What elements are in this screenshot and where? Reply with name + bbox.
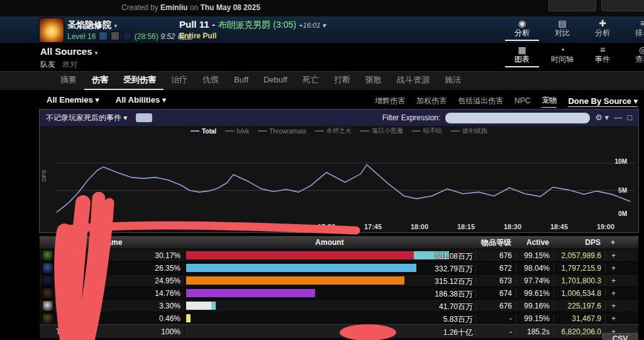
chevron-down-icon: ▾	[114, 23, 117, 29]
all-enemies-dropdown[interactable]: All Enemies ▾	[47, 95, 99, 105]
col-header-name[interactable]: Name	[40, 238, 184, 247]
pull-dropdown[interactable]: Pull 11 - 布朗派克男爵 (3:05) +16:01 ▾	[179, 19, 326, 31]
x-tick: 18:45	[547, 223, 572, 230]
zone-name: 圣焰隐修院	[67, 20, 111, 30]
x-tick: 17:45	[360, 223, 386, 230]
tab-战斗资源[interactable]: 战斗资源	[389, 72, 437, 90]
tab-伤害[interactable]: 伤害	[84, 72, 116, 90]
table-total-row: Total 100% 1.26十亿 - 185.2s 6,820,206.0 +	[40, 324, 638, 338]
table-row: 14.76% 186.38百万 674 99.61% 1,006,534.8 +	[40, 286, 638, 299]
damage-percent: 3.30%	[148, 302, 184, 310]
x-axis: 16:1516:3016:4517:0017:1517:3017:4518:00…	[40, 222, 638, 232]
active-percent: 98.04%	[516, 264, 553, 273]
col-header-itemlevel[interactable]: 物品等级	[475, 237, 515, 248]
tab-治疗[interactable]: 治疗	[164, 72, 195, 90]
csv-button[interactable]: CSV	[602, 333, 638, 340]
amount-bar: 186.38百万	[184, 287, 475, 299]
death-filter-toggle[interactable]	[136, 113, 152, 122]
enemies-link[interactable]: 敌对	[62, 60, 77, 69]
view-events[interactable]: ≡ 事件	[582, 45, 623, 67]
damage-percent: 24.95%	[148, 276, 184, 285]
tab-打断[interactable]: 打断	[326, 72, 358, 90]
expand-row-button[interactable]: +	[605, 251, 621, 260]
tab-驱散[interactable]: 驱散	[358, 72, 389, 90]
events-icon: ≡	[582, 45, 623, 55]
filter-option-NPC[interactable]: NPC	[514, 96, 530, 106]
boss-name: 布朗派克男爵 (3:05)	[218, 20, 296, 30]
item-level: 676	[475, 302, 516, 310]
item-level: 676	[475, 251, 516, 260]
friendlies-link[interactable]: 队友	[40, 60, 55, 69]
item-level: 674	[475, 289, 516, 298]
legend-item[interactable]: Throwramata	[258, 128, 306, 135]
view-search[interactable]: ◎ 查看	[623, 45, 644, 67]
legend-item[interactable]: 余烬之火	[315, 127, 352, 135]
table-row: 30.17% 381.08百万 676 99.15% 2,057,989.6 +	[40, 249, 638, 261]
legend-item[interactable]: Total	[191, 128, 216, 135]
done-by-source-dropdown[interactable]: Done By Source ▾	[568, 96, 638, 107]
table-row: 3.30% 41.70百万 676 99.16% 225,197.6 +	[40, 299, 638, 312]
active-percent: 99.61%	[516, 289, 553, 298]
filter-option-包括溢出伤害[interactable]: 包括溢出伤害	[458, 96, 503, 108]
header-nav-plugin[interactable]: ✚ 分析	[582, 18, 623, 41]
maximize-icon[interactable]: □	[627, 113, 632, 122]
tab-死亡[interactable]: 死亡	[295, 72, 326, 90]
legend-item[interactable]: 落日小恶魔	[360, 127, 403, 135]
expand-row-button[interactable]: +	[605, 314, 621, 323]
col-header-amount[interactable]: Amount	[184, 238, 475, 247]
view-clock[interactable]: ◔ 时间轴	[542, 45, 582, 67]
pull-title: Pull 11	[179, 19, 209, 30]
expand-row-button[interactable]: +	[605, 289, 621, 298]
metric-tabs: 摘要伤害受到伤害治疗仇恨BuffDebuff死亡打断驱散战斗资源施法	[0, 71, 644, 91]
expand-row-button[interactable]: +	[605, 264, 621, 273]
class-icon	[42, 300, 53, 312]
active-percent: 99.16%	[516, 302, 553, 310]
gear-icon[interactable]: ⚙ ▾	[595, 113, 609, 122]
minimize-icon[interactable]: —	[614, 113, 622, 122]
y-tick-10m: 10M	[615, 158, 627, 165]
filter-expression-input[interactable]	[445, 113, 590, 123]
col-header-dps[interactable]: DPS	[553, 238, 604, 247]
tab-仇恨[interactable]: 仇恨	[195, 72, 226, 90]
header-nav-rankings[interactable]: ≡ 排名	[623, 18, 644, 41]
all-sources-dropdown[interactable]: All Sources ▾	[40, 46, 97, 57]
x-tick: 17:00	[221, 223, 246, 230]
tab-受到伤害[interactable]: 受到伤害	[116, 72, 164, 90]
legend-item[interactable]: Ivlvk	[225, 128, 249, 135]
amount-value: 41.70百万	[439, 302, 473, 312]
view-grid[interactable]: ▦ 图表	[502, 45, 542, 67]
filter-option-加权伤害[interactable]: 加权伤害	[416, 96, 447, 108]
header-nav-eye[interactable]: ◉ 分析	[502, 18, 542, 41]
active-percent: 99.15%	[516, 314, 553, 323]
pull-offset: +16:01 ▾	[299, 21, 326, 29]
all-abilities-dropdown[interactable]: All Abilities ▾	[116, 95, 166, 105]
filter-option-增辉伤害[interactable]: 增辉伤害	[375, 96, 405, 108]
zone-dropdown[interactable]: 圣焰隐修院 ▾	[67, 19, 192, 31]
col-header-active[interactable]: Active	[515, 238, 553, 247]
x-tick: 18:15	[453, 223, 479, 230]
col-header-plus[interactable]: +	[604, 238, 621, 247]
legend-item[interactable]: 拔剑就跑	[451, 127, 487, 135]
legend-item[interactable]: 咕不咕	[412, 127, 442, 135]
expand-row-button[interactable]: +	[605, 276, 621, 285]
class-icon	[42, 275, 53, 286]
death-filter-dropdown[interactable]: 不记录玩家死后的事件 ▾	[46, 113, 127, 123]
tab-Buff[interactable]: Buff	[226, 72, 256, 90]
tab-摘要[interactable]: 摘要	[53, 72, 84, 90]
class-icon	[42, 263, 53, 274]
legend-swatch	[225, 130, 234, 132]
tab-Debuff[interactable]: Debuff	[256, 72, 295, 90]
cutoff-button[interactable]	[548, 0, 596, 11]
cutoff-button[interactable]	[601, 0, 644, 11]
amount-value: 5.83百万	[443, 314, 473, 325]
level-label: Level 16	[67, 32, 96, 41]
y-tick-0m: 0M	[618, 210, 627, 217]
filter-option-宠物[interactable]: 宠物	[541, 95, 557, 108]
expand-row-button[interactable]: +	[605, 302, 621, 310]
x-tick: 19:00	[593, 223, 618, 230]
amount-bar: 41.70百万	[184, 300, 475, 312]
header-nav-compare[interactable]: ▤ 对比	[542, 18, 582, 41]
tab-施法[interactable]: 施法	[437, 72, 469, 90]
damage-percent: 30.17%	[148, 251, 184, 260]
table-header: Name Amount 物品等级 Active DPS +	[40, 236, 638, 249]
